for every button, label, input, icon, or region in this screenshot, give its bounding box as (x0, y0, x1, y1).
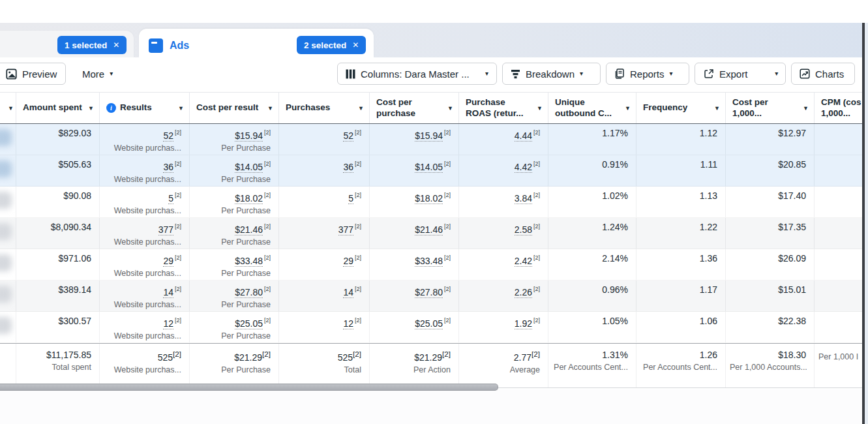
vertical-scrollbar[interactable] (862, 23, 865, 424)
cell-value[interactable]: $18.02[2] (194, 190, 271, 205)
column-header-purchase-roas[interactable]: Purchase ROAS (retur...▼ (458, 93, 548, 123)
columns-button[interactable]: Columns: Dara Master ... ▾ (337, 63, 497, 85)
table-row[interactable]: $505.6336[2]Website purchas...$14.05[2]P… (0, 155, 862, 187)
table-row[interactable]: $90.085[2]Website purchas...$18.02[2]Per… (0, 187, 862, 218)
preview-button[interactable]: Preview (0, 63, 66, 85)
export-button[interactable]: Export (695, 63, 756, 84)
cell-amount-spent: $505.63 (16, 155, 99, 186)
cell-value[interactable]: 3.84[2] (463, 190, 540, 205)
cell-value[interactable]: 2.26[2] (463, 284, 540, 299)
bottom-area (0, 389, 862, 424)
cell-results: 14[2]Website purchas... (99, 280, 189, 311)
footnote-ref: [2] (533, 317, 540, 324)
cell-value[interactable]: 29[2] (104, 252, 181, 267)
cell-value[interactable]: $27.80[2] (374, 284, 451, 299)
cell-value: 1.05% (552, 315, 628, 327)
cell-value[interactable]: 52[2] (283, 127, 361, 142)
cell-amount-spent: $300.57 (16, 312, 99, 342)
column-header-frequency[interactable]: Frequency▼ (636, 93, 725, 123)
column-header-cost-per-1000[interactable]: Cost per 1,000...▼ (725, 93, 814, 123)
chevron-down-icon: ▾ (485, 70, 488, 77)
cell-value[interactable]: $27.80[2] (194, 284, 271, 299)
cell-value[interactable]: 5[2] (283, 190, 361, 205)
cell-cost-per-1000: $12.97 (725, 124, 814, 155)
cell-value[interactable]: $33.48[2] (194, 252, 271, 267)
cell-value[interactable]: $21.46[2] (374, 221, 451, 236)
cell-value[interactable]: $21.46[2] (194, 221, 271, 236)
table-row[interactable]: $829.0352[2]Website purchas...$15.94[2]P… (0, 124, 862, 155)
column-header-unique-outbound-ctr[interactable]: Unique outbound C...▼ (548, 93, 636, 123)
cell-value[interactable]: $15.94[2] (374, 127, 451, 142)
summary-sublabel: Average (463, 365, 540, 374)
cell-value[interactable]: $14.05[2] (374, 159, 451, 174)
cell-value[interactable]: 14[2] (283, 284, 361, 299)
cell-value[interactable]: $15.94[2] (194, 127, 271, 142)
summary-value[interactable]: $21.29[2] (374, 350, 451, 363)
column-header-cost-per-purchase[interactable]: Cost per purchase▼ (369, 93, 458, 123)
sort-chevron-icon: ▼ (533, 105, 543, 112)
close-icon[interactable]: ✕ (352, 40, 359, 50)
summary-cell-amount-spent: $11,175.85Total spent (16, 344, 99, 387)
sort-chevron-icon: ▼ (84, 105, 94, 112)
preview-label: Preview (22, 68, 57, 80)
table-row[interactable]: $389.1414[2]Website purchas...$27.80[2]P… (0, 280, 862, 312)
charts-button[interactable]: Charts (791, 63, 855, 85)
cell-purchase-roas: 2.58[2] (458, 218, 548, 249)
column-header-cost-per-result[interactable]: Cost per result▼ (189, 93, 278, 123)
export-dropdown-button[interactable]: ▾ (766, 63, 786, 84)
cell-value[interactable]: 2.42[2] (463, 252, 540, 267)
summary-value[interactable]: 2.77[2] (463, 350, 540, 363)
cell-value[interactable]: 52[2] (104, 127, 181, 142)
breakdown-button[interactable]: Breakdown ▾ (502, 63, 601, 85)
summary-value[interactable]: 525[2] (283, 350, 361, 363)
cell-value[interactable]: $14.05[2] (194, 159, 271, 174)
horizontal-scrollbar[interactable] (0, 384, 498, 391)
footnote-ref: [2] (533, 223, 540, 230)
column-header-hidden[interactable]: ▼ (0, 93, 16, 123)
cell-hidden (0, 124, 16, 155)
footnote-ref: [2] (353, 350, 361, 358)
summary-value[interactable]: $21.29[2] (194, 350, 271, 363)
table-row[interactable]: $300.5712[2]Website purchas...$25.05[2]P… (0, 312, 862, 343)
cell-value[interactable]: 36[2] (104, 159, 181, 174)
footnote-ref: [2] (264, 160, 271, 167)
more-button[interactable]: More ▾ (74, 63, 121, 85)
cell-value[interactable]: $18.02[2] (374, 190, 451, 205)
column-header-purchases[interactable]: Purchases▼ (278, 93, 369, 123)
table-row[interactable]: $971.0629[2]Website purchas...$33.48[2]P… (0, 249, 862, 280)
cell-value[interactable]: 12[2] (104, 315, 181, 330)
selected-count-badge-campaigns[interactable]: 1 selected ✕ (57, 36, 127, 54)
footnote-ref: [2] (355, 160, 361, 167)
info-icon[interactable]: i (106, 103, 116, 113)
cell-value[interactable]: 5[2] (104, 190, 181, 205)
cell-value[interactable]: 1.92[2] (463, 315, 540, 330)
cell-cpm (814, 155, 862, 186)
cell-value[interactable]: 377[2] (283, 221, 361, 236)
table-row[interactable]: $8,090.34377[2]Website purchas...$21.46[… (0, 218, 862, 249)
cell-value[interactable]: 29[2] (283, 252, 361, 267)
cell-value[interactable]: 4.42[2] (463, 159, 540, 174)
column-header-cpm[interactable]: CPM (cos 1,000... (814, 93, 862, 123)
tab-ads-label[interactable]: Ads (170, 40, 189, 52)
selected-count-badge-ads[interactable]: 2 selected ✕ (297, 36, 366, 54)
summary-value: 525[2] (104, 350, 181, 363)
cell-value[interactable]: 36[2] (283, 159, 361, 174)
cell-frequency: 1.11 (636, 155, 725, 186)
sort-chevron-icon: ▼ (443, 105, 453, 112)
column-header-amount-spent[interactable]: Amount spent▼ (16, 93, 99, 123)
column-header-results[interactable]: iResults▼ (99, 93, 189, 123)
cell-value[interactable]: 4.44[2] (463, 127, 540, 142)
cell-value[interactable]: 2.58[2] (463, 221, 540, 236)
reports-button[interactable]: Reports ▾ (606, 63, 689, 85)
charts-label: Charts (815, 68, 844, 80)
cell-results: 377[2]Website purchas... (99, 218, 189, 249)
cell-value[interactable]: 14[2] (104, 284, 181, 299)
cell-value[interactable]: $25.05[2] (374, 315, 451, 330)
cell-value[interactable]: 12[2] (283, 315, 361, 330)
redacted-content (0, 286, 12, 303)
cell-value[interactable]: $33.48[2] (374, 252, 451, 267)
footnote-ref: [2] (442, 350, 451, 358)
close-icon[interactable]: ✕ (113, 40, 119, 50)
cell-value[interactable]: $25.05[2] (194, 315, 271, 330)
cell-value[interactable]: 377[2] (104, 221, 181, 236)
